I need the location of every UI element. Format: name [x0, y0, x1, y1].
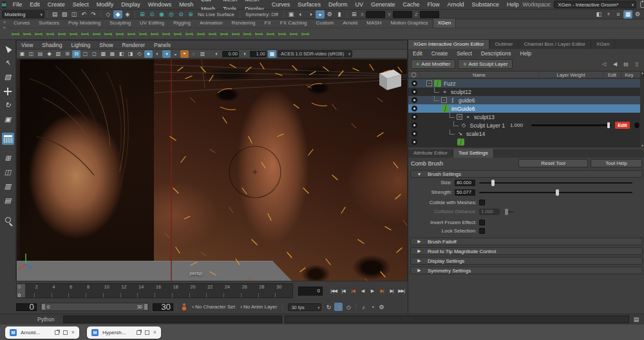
frame-tick[interactable]: 10	[103, 284, 120, 298]
interactive-groom-comb-icon[interactable]	[196, 29, 205, 39]
interactive-groom-place-icon[interactable]	[254, 29, 263, 39]
safe-action-icon[interactable]: ◧	[117, 50, 126, 58]
character-set-dropdown[interactable]: No Character Set	[189, 304, 238, 310]
frame-tick[interactable]: 8	[86, 284, 103, 298]
frame-tick[interactable]: 24	[223, 284, 241, 298]
ipr-render-icon[interactable]: ◒	[316, 10, 325, 19]
xgen-cut-icon[interactable]	[149, 29, 159, 39]
menubar-item[interactable]: Help	[503, 0, 523, 10]
tool-panel-tab[interactable]: Tool Settings	[453, 149, 494, 158]
shelf-tab[interactable]: Motion Graphics	[386, 19, 432, 28]
delete-layer-icon[interactable]: ▯	[632, 60, 641, 68]
tree-row-imguide6[interactable]: imGuide6	[408, 104, 640, 113]
viewport-canvas[interactable]: persp	[17, 59, 407, 281]
interactive-groom-width-icon[interactable]	[231, 29, 240, 39]
make-live-icon[interactable]: ⊕	[186, 10, 195, 19]
right-panel-tab[interactable]: Channel Box / Layer Editor	[518, 40, 591, 49]
tree-row-sculpt13[interactable]: − × sculpt13	[408, 113, 640, 121]
tree-row-guide6[interactable]: − ∫ guide6	[408, 96, 640, 104]
xgen-eye-icon[interactable]	[22, 29, 32, 39]
xgen-description-icon[interactable]	[10, 29, 20, 39]
visibility-toggle[interactable]	[408, 139, 420, 145]
shelf-tab[interactable]: Rigging	[169, 19, 195, 28]
maximize-icon[interactable]	[63, 330, 68, 335]
tree-row-fuzz[interactable]: − Fuzz	[408, 79, 640, 88]
undo-icon[interactable]: ↶	[79, 10, 88, 19]
modeling-toolkit-icon[interactable]: ◧	[594, 10, 603, 19]
right-panel-tab[interactable]: Outliner	[489, 40, 518, 49]
interactive-groom-density-icon[interactable]	[242, 29, 252, 39]
tree-row-partial[interactable]	[408, 138, 640, 146]
wireframe-icon[interactable]: ◇	[135, 50, 144, 58]
view-transform-icon[interactable]: ▦	[268, 50, 276, 58]
step-back-key-button[interactable]: |◀	[348, 286, 357, 296]
xgen-export-patch-icon[interactable]	[91, 29, 101, 39]
xgen-preview-icon[interactable]	[161, 29, 171, 39]
interactive-groom-clump-icon[interactable]	[289, 29, 298, 39]
pause-viewport-icon[interactable]: ▮	[335, 10, 344, 19]
menubar-item[interactable]: UV	[351, 0, 367, 10]
visibility-toggle[interactable]	[408, 106, 420, 111]
xgen-place-guides-icon[interactable]	[57, 29, 66, 39]
edit-column-header[interactable]: Edit	[603, 72, 621, 78]
right-panel-tab[interactable]: XGen	[591, 40, 615, 49]
symmetry-settings-section[interactable]: ▶ Symmetry Settings	[410, 267, 643, 274]
construction-history-icon[interactable]: ▣	[287, 10, 296, 19]
frame-tick[interactable]: 18	[172, 284, 189, 298]
shelf-tab[interactable]: MASH	[362, 19, 386, 28]
menubar-item[interactable]: Generate	[367, 0, 399, 10]
two-pane-layout-icon[interactable]: ◫	[2, 166, 14, 178]
anim-layer-dropdown[interactable]: No Anim Layer	[238, 304, 280, 310]
range-start-handle[interactable]	[42, 304, 45, 310]
frame-tick[interactable]: 26	[241, 284, 258, 298]
menubar-item[interactable]: File	[9, 0, 26, 10]
right-panel-tab[interactable]: XGen Interactive Groom Editor	[408, 40, 489, 49]
name-column-header[interactable]: Name	[420, 72, 539, 78]
tool-help-button[interactable]: Tool Help	[591, 159, 642, 167]
lasso-tool-icon[interactable]: ↖	[2, 57, 14, 69]
shelf-tab[interactable]: Animation	[195, 19, 227, 28]
close-icon[interactable]: ×	[71, 329, 75, 335]
tree-row-scale14[interactable]: ↘ scale14	[408, 129, 640, 138]
script-editor-icon[interactable]: ▤	[632, 315, 641, 323]
shelf-tab[interactable]: Sculpting	[105, 19, 135, 28]
xgen-groomable-spline-icon[interactable]	[33, 29, 43, 39]
interactive-groom-grab-icon[interactable]	[184, 29, 194, 39]
xgen-sprout-icon[interactable]	[80, 29, 90, 39]
interactive-groom-noise-icon[interactable]	[277, 29, 287, 39]
minimized-window-arnold[interactable]: M Arnold... ×	[5, 326, 79, 339]
step-back-frame-button[interactable]: |◀	[339, 286, 348, 296]
xgen-diamond-icon[interactable]	[115, 29, 124, 39]
new-folder-icon[interactable]: ▤	[621, 60, 630, 68]
frame-tick[interactable]: 20	[189, 284, 207, 298]
groom-menu-item[interactable]: Help	[516, 50, 536, 57]
xgen-clumping-icon[interactable]	[138, 29, 147, 39]
snap-point-icon[interactable]: ◉	[157, 10, 166, 19]
expander-icon[interactable]: −	[441, 97, 447, 103]
frame-tick[interactable]: 6	[68, 284, 86, 298]
visibility-toggle[interactable]	[408, 114, 420, 120]
menubar-item[interactable]: Cache	[399, 0, 423, 10]
shelf-tab[interactable]: Curves	[9, 19, 34, 28]
axis-input[interactable]	[366, 11, 385, 18]
menubar-item[interactable]: Deform	[325, 0, 352, 10]
gamma-field[interactable]: 1.00	[250, 51, 267, 57]
tree-row-sculpt12[interactable]: × sculpt12	[408, 88, 640, 96]
layer-weight-slider[interactable]	[531, 124, 611, 126]
tool-settings-toggle-icon[interactable]: ▦	[623, 10, 632, 19]
bookmark-icon[interactable]: ◆	[45, 50, 53, 58]
show-all-icon[interactable]: ◀	[611, 60, 620, 68]
brush-falloff-section[interactable]: ▶ Brush Falloff	[410, 238, 643, 245]
weight-column-header[interactable]: Layer Weight	[539, 72, 603, 78]
lock-camera-icon[interactable]: ◫	[27, 50, 35, 58]
character-set-icon[interactable]	[182, 303, 187, 310]
safe-title-icon[interactable]: ◨	[126, 50, 135, 58]
root-to-tip-section[interactable]: ▶ Root to Tip Magnitude Control	[410, 247, 643, 255]
interactive-groom-create-icon[interactable]	[173, 29, 182, 39]
animation-start-field[interactable]	[16, 303, 37, 311]
menubar-item[interactable]: Select	[69, 0, 93, 10]
groom-menu-item[interactable]: Select	[452, 50, 477, 57]
menubar-item[interactable]: Surfaces	[294, 0, 325, 10]
loop-playback-icon[interactable]: ↻	[324, 303, 333, 311]
tree-scrollbar[interactable]: ▲▼	[640, 71, 644, 147]
